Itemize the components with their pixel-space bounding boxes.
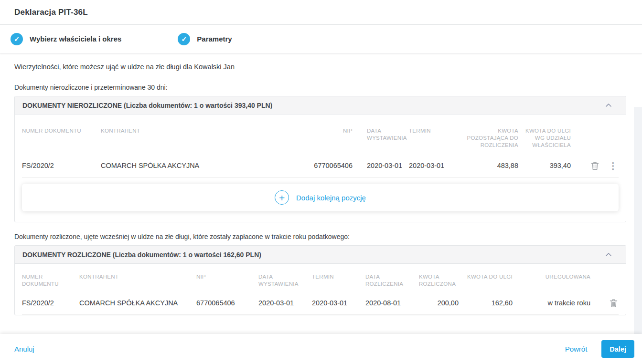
column-header: KONTRAHENT xyxy=(79,273,196,281)
settled-table-header: NUMER DOKUMENTU KONTRAHENT NIP DATA WYST… xyxy=(15,264,626,291)
table-row: FS/2020/2 COMARCH SPÓŁKA AKCYJNA 6770065… xyxy=(15,154,626,177)
trash-icon xyxy=(591,161,599,170)
cell-amount-remaining: 483,88 xyxy=(459,162,518,169)
row-divider xyxy=(22,177,619,178)
settled-documents-panel: DOKUMENTY ROZLICZONE (Liczba dokumentów:… xyxy=(14,245,626,315)
add-position-button[interactable]: + Dodaj kolejną pozycję xyxy=(22,184,619,211)
column-header: NIP xyxy=(196,273,258,281)
trash-icon xyxy=(610,299,618,308)
cell-nip: 6770065406 xyxy=(276,162,353,169)
page-title: Deklaracja PIT-36L xyxy=(14,8,88,17)
cell-settled-status: w trakcie roku xyxy=(514,299,597,307)
column-header: DATA WYSTAWIENIA xyxy=(258,273,312,288)
cell-contractor: COMARCH SPÓŁKA AKCYJNA xyxy=(101,162,276,169)
settled-panel-header[interactable]: DOKUMENTY ROZLICZONE (Liczba dokumentów:… xyxy=(15,246,626,264)
row-menu-button[interactable]: ⋮ xyxy=(608,160,619,171)
next-button[interactable]: Dalej xyxy=(601,340,634,358)
table-row: FS/2020/2 COMARCH SPÓŁKA AKCYJNA 6770065… xyxy=(15,291,626,314)
cell-due-date: 2020-03-01 xyxy=(312,299,365,307)
cell-document-number: FS/2020/2 xyxy=(22,162,101,169)
step-label: Wybierz właściciela i okres xyxy=(30,35,121,43)
column-header: KWOTA POZOSTAJĄCA DO ROZLICZENIA xyxy=(459,127,518,149)
check-circle-icon: ✓ xyxy=(11,33,23,45)
column-header: KWOTA DO ULGI WG UDZIAŁU WŁAŚCICIELA xyxy=(518,127,571,149)
intro-text: Wierzytelności, które możesz ująć w uldz… xyxy=(14,63,634,71)
delete-row-button[interactable] xyxy=(609,298,619,309)
cell-due-date: 2020-03-01 xyxy=(406,162,459,169)
column-header: KWOTA ROZLICZONA xyxy=(419,273,460,288)
column-header: NUMER DOKUMENTU xyxy=(22,273,79,288)
column-header: KONTRAHENT xyxy=(101,127,276,135)
cell-contractor: COMARCH SPÓŁKA AKCYJNA xyxy=(79,299,196,307)
footer-action-bar: Anuluj Powrót Dalej xyxy=(0,334,642,364)
unsettled-panel-header[interactable]: DOKUMENTY NIEROZLICZONE (Liczba dokument… xyxy=(15,96,626,114)
main-content: Wierzytelności, które możesz ująć w uldz… xyxy=(0,53,642,364)
step-parameters[interactable]: ✓ Parametry xyxy=(178,33,232,45)
column-header: DATA ROZLICZENIA xyxy=(365,273,419,288)
column-header: KWOTA DO ULGI xyxy=(460,273,514,281)
cell-nip: 6770065406 xyxy=(196,299,258,307)
column-header: NUMER DOKUMENTU xyxy=(22,127,101,135)
cell-amount-relief: 393,40 xyxy=(518,162,571,169)
unsettled-table-header: NUMER DOKUMENTU KONTRAHENT NIP DATA WYST… xyxy=(15,114,626,154)
unsettled-panel-title: DOKUMENTY NIEROZLICZONE (Liczba dokument… xyxy=(22,102,605,109)
cell-issue-date: 2020-03-01 xyxy=(353,162,406,169)
kebab-icon: ⋮ xyxy=(609,161,618,170)
delete-row-button[interactable] xyxy=(590,160,600,171)
cell-document-number: FS/2020/2 xyxy=(22,299,79,307)
back-button[interactable]: Powrót xyxy=(565,345,588,353)
add-position-label: Dodaj kolejną pozycję xyxy=(296,194,366,202)
column-header: DATA WYSTAWIENIA xyxy=(353,127,406,142)
chevron-up-icon[interactable] xyxy=(605,102,612,109)
unsettled-lead-text: Dokumenty nierozliczone i przeterminowan… xyxy=(14,83,634,91)
column-header: UREGULOWANA xyxy=(514,273,597,281)
scrollbar-track[interactable] xyxy=(634,107,642,334)
row-divider xyxy=(22,314,619,315)
plus-circle-icon: + xyxy=(275,190,289,205)
cell-amount-relief: 162,60 xyxy=(460,299,514,307)
window-titlebar: Deklaracja PIT-36L xyxy=(0,0,642,25)
unsettled-documents-panel: DOKUMENTY NIEROZLICZONE (Liczba dokument… xyxy=(14,96,626,222)
check-circle-icon: ✓ xyxy=(178,33,190,45)
settled-panel-title: DOKUMENTY ROZLICZONE (Liczba dokumentów:… xyxy=(22,251,605,259)
pit36l-wizard: Deklaracja PIT-36L ✓ Wybierz właściciela… xyxy=(0,0,642,364)
wizard-steps: ✓ Wybierz właściciela i okres ✓ Parametr… xyxy=(0,25,642,53)
cell-amount-settled: 200,00 xyxy=(419,299,460,307)
column-header: TERMIN xyxy=(406,127,459,135)
chevron-up-icon[interactable] xyxy=(605,251,612,259)
cancel-button[interactable]: Anuluj xyxy=(14,345,34,353)
cell-settlement-date: 2020-08-01 xyxy=(365,299,419,307)
step-owner-period[interactable]: ✓ Wybierz właściciela i okres xyxy=(11,33,121,45)
column-header: NIP xyxy=(276,127,353,135)
settled-lead-text: Dokumenty rozliczone, ujęte wcześniej w … xyxy=(14,233,634,240)
cell-issue-date: 2020-03-01 xyxy=(258,299,312,307)
column-header: TERMIN xyxy=(312,273,365,281)
step-label: Parametry xyxy=(197,35,232,43)
